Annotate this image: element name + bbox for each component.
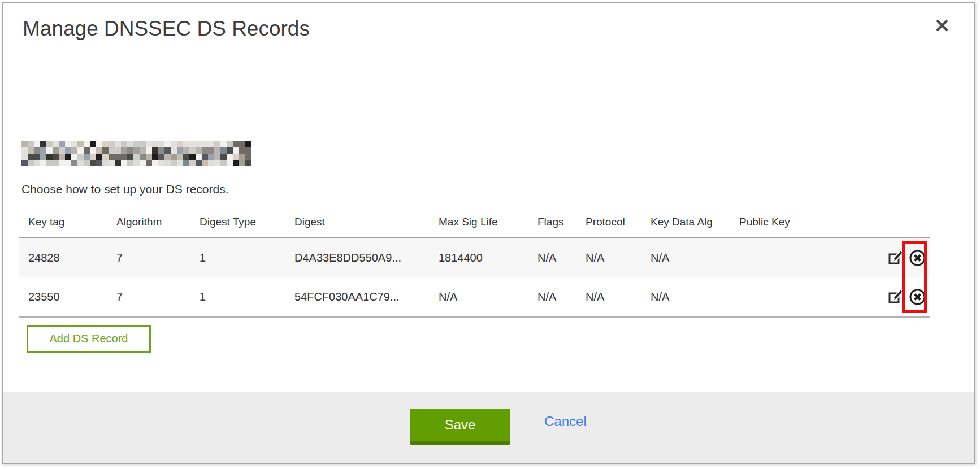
cell-flags: N/A <box>528 277 576 317</box>
cell-max-sig-life: 1814400 <box>430 238 528 277</box>
col-header-key-data-alg: Key Data Alg <box>641 208 730 238</box>
cell-algorithm: 7 <box>107 238 190 277</box>
cell-key-data-alg: N/A <box>641 238 730 277</box>
cell-protocol: N/A <box>576 238 641 277</box>
ds-records-table: Key tag Algorithm Digest Type Digest Max… <box>19 208 930 318</box>
add-ds-record-button[interactable]: Add DS Record <box>27 325 151 353</box>
cell-key-data-alg: N/A <box>641 277 730 317</box>
delete-record-button[interactable] <box>909 288 926 306</box>
col-header-digest-type: Digest Type <box>190 208 285 238</box>
footer-bar: Save Cancel <box>3 392 974 463</box>
cell-digest: 54FCF030AA1C79... <box>285 277 430 317</box>
table-row: 24828 7 1 D4A33E8DD550A9... 1814400 N/A … <box>19 238 930 277</box>
cell-digest: D4A33E8DD550A9... <box>285 238 430 277</box>
edit-record-button[interactable] <box>888 289 903 305</box>
col-header-key-tag: Key tag <box>19 208 107 238</box>
row-actions <box>836 277 930 317</box>
cell-max-sig-life: N/A <box>430 277 528 317</box>
col-header-actions <box>836 208 930 238</box>
table-header-row: Key tag Algorithm Digest Type Digest Max… <box>19 208 930 238</box>
redacted-domain <box>21 141 251 166</box>
delete-record-button[interactable] <box>909 249 926 267</box>
cell-public-key <box>730 238 836 277</box>
save-button[interactable]: Save <box>410 409 510 445</box>
col-header-algorithm: Algorithm <box>107 208 190 238</box>
cell-digest-type: 1 <box>190 238 285 277</box>
cancel-link[interactable]: Cancel <box>544 414 587 429</box>
cell-protocol: N/A <box>576 277 641 317</box>
circle-x-icon <box>909 249 926 267</box>
col-header-digest: Digest <box>285 208 430 238</box>
edit-icon <box>888 289 903 305</box>
circle-x-icon <box>909 288 926 306</box>
col-header-flags: Flags <box>528 208 576 238</box>
close-button[interactable] <box>934 15 954 36</box>
cell-algorithm: 7 <box>107 277 190 317</box>
cell-digest-type: 1 <box>190 277 285 317</box>
dnssec-ds-records-modal: Manage DNSSEC DS Records Choose how to s… <box>2 2 975 464</box>
close-icon <box>934 17 951 34</box>
row-actions <box>836 238 930 277</box>
cell-public-key <box>730 277 836 317</box>
edit-icon <box>888 250 903 266</box>
col-header-protocol: Protocol <box>576 208 641 238</box>
cell-key-tag: 24828 <box>19 238 107 277</box>
edit-record-button[interactable] <box>888 250 903 266</box>
cell-key-tag: 23550 <box>19 277 107 317</box>
page-title: Manage DNSSEC DS Records <box>23 17 310 41</box>
instruction-text: Choose how to set up your DS records. <box>21 183 229 196</box>
col-header-max-sig-life: Max Sig Life <box>430 208 528 238</box>
cell-flags: N/A <box>528 238 576 277</box>
table-row: 23550 7 1 54FCF030AA1C79... N/A N/A N/A … <box>19 277 930 317</box>
col-header-public-key: Public Key <box>730 208 836 238</box>
